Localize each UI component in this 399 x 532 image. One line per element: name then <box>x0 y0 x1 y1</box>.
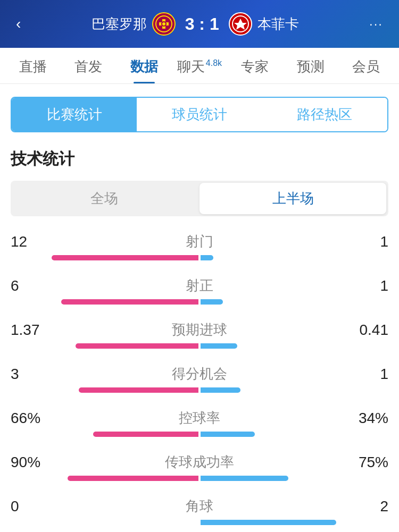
bar-right-5 <box>201 476 288 481</box>
tab-expert[interactable]: 专家 <box>227 48 282 83</box>
stat-row: 6 射正 1 <box>11 276 388 305</box>
score-display: 3 : 1 <box>185 14 219 34</box>
bar-right-side-0 <box>200 255 388 260</box>
bar-right-2 <box>201 343 237 349</box>
period-first-half[interactable]: 上半场 <box>200 183 386 214</box>
tab-live[interactable]: 直播 <box>5 48 61 83</box>
stats-container: 12 射门 1 6 射正 1 1.37 <box>0 227 399 532</box>
sub-tabs: 比赛统计 球员统计 路径热区 <box>11 97 388 132</box>
stat-labels-6: 0 角球 2 <box>11 497 388 516</box>
bar-left-3 <box>79 387 198 393</box>
stat-bars-2 <box>11 343 388 349</box>
period-selector: 全场 上半场 <box>11 181 388 216</box>
bar-right-3 <box>201 387 240 393</box>
stat-name-6: 角球 <box>53 497 346 516</box>
bar-right-side-1 <box>200 299 388 305</box>
stat-labels-2: 1.37 预期进球 0.41 <box>11 320 388 339</box>
stat-bars-6 <box>11 520 388 525</box>
bar-left-1 <box>61 299 198 305</box>
stat-right-value-3: 1 <box>346 366 388 383</box>
bar-right-0 <box>201 255 213 260</box>
stat-labels-1: 6 射正 1 <box>11 276 388 295</box>
stat-row: 0 角球 2 <box>11 497 388 525</box>
bar-left-side-3 <box>11 387 200 393</box>
stat-name-4: 控球率 <box>53 409 346 427</box>
bar-right-side-3 <box>200 387 388 393</box>
chat-badge: 4.8k <box>206 58 222 67</box>
bar-left-side-6 <box>11 520 200 525</box>
stat-right-value-2: 0.41 <box>346 322 388 339</box>
stat-row: 3 得分机会 1 <box>11 365 388 393</box>
team-away-logo <box>229 12 252 36</box>
bar-right-side-2 <box>200 343 388 349</box>
stat-labels-0: 12 射门 1 <box>11 232 388 251</box>
stat-name-0: 射门 <box>53 232 346 251</box>
bar-right-1 <box>201 299 223 305</box>
bar-left-side-4 <box>11 432 200 437</box>
stat-left-value-1: 6 <box>11 277 53 294</box>
sub-tab-match[interactable]: 比赛统计 <box>12 98 137 131</box>
bar-left-2 <box>76 343 198 349</box>
bar-right-side-6 <box>200 520 388 525</box>
more-button[interactable]: ··· <box>364 11 388 37</box>
tab-data[interactable]: 数据 <box>117 48 172 83</box>
bar-right-side-5 <box>200 476 388 481</box>
team-home-name: 巴塞罗那 <box>92 15 147 33</box>
team-home-logo <box>152 12 176 36</box>
tab-predict[interactable]: 预测 <box>282 48 338 83</box>
stat-row: 66% 控球率 34% <box>11 409 388 437</box>
stat-right-value-0: 1 <box>346 233 388 250</box>
stat-right-value-5: 75% <box>346 454 388 471</box>
period-full[interactable]: 全场 <box>11 181 197 216</box>
stat-left-value-5: 90% <box>11 454 53 471</box>
stat-name-2: 预期进球 <box>53 320 346 339</box>
stat-name-1: 射正 <box>53 276 346 295</box>
stat-left-value-4: 66% <box>11 410 53 427</box>
bar-right-6 <box>201 520 336 525</box>
bar-right-4 <box>201 432 255 437</box>
back-button[interactable]: ‹ <box>11 10 26 38</box>
stat-bars-0 <box>11 255 388 260</box>
stat-right-value-4: 34% <box>346 410 388 427</box>
stat-right-value-1: 1 <box>346 277 388 294</box>
bar-right-side-4 <box>200 432 388 437</box>
stat-row: 12 射门 1 <box>11 232 388 260</box>
bar-left-4 <box>93 432 198 437</box>
stat-bars-3 <box>11 387 388 393</box>
stat-bars-5 <box>11 476 388 481</box>
sub-tab-heatmap[interactable]: 路径热区 <box>262 98 387 131</box>
bar-left-0 <box>52 255 198 260</box>
bar-left-5 <box>68 476 198 481</box>
tab-lineup[interactable]: 首发 <box>61 48 116 83</box>
stat-labels-4: 66% 控球率 34% <box>11 409 388 427</box>
sub-tab-player[interactable]: 球员统计 <box>137 98 262 131</box>
stat-left-value-2: 1.37 <box>11 322 53 339</box>
tab-chat[interactable]: 聊天4.8k <box>172 48 227 83</box>
bar-left-side-0 <box>11 255 200 260</box>
bar-left-side-2 <box>11 343 200 349</box>
bar-left-side-5 <box>11 476 200 481</box>
nav-tabs: 直播 首发 数据 聊天4.8k 专家 预测 会员 <box>0 48 399 84</box>
match-info: 巴塞罗那 3 : 1 本菲卡 <box>26 12 364 36</box>
stat-right-value-6: 2 <box>346 498 388 515</box>
stat-left-value-6: 0 <box>11 498 53 515</box>
stat-labels-5: 90% 传球成功率 75% <box>11 453 388 471</box>
stat-left-value-0: 12 <box>11 233 53 250</box>
header: ‹ 巴塞罗那 3 : 1 本菲卡 ··· <box>0 0 399 48</box>
bar-left-side-1 <box>11 299 200 305</box>
stat-row: 90% 传球成功率 75% <box>11 453 388 481</box>
stat-name-5: 传球成功率 <box>53 453 346 471</box>
stat-row: 1.37 预期进球 0.41 <box>11 320 388 349</box>
stat-left-value-3: 3 <box>11 366 53 383</box>
stat-labels-3: 3 得分机会 1 <box>11 365 388 383</box>
stat-bars-4 <box>11 432 388 437</box>
svg-point-4 <box>162 22 165 26</box>
team-away-name: 本菲卡 <box>257 15 299 33</box>
stat-name-3: 得分机会 <box>53 365 346 383</box>
stat-bars-1 <box>11 299 388 305</box>
section-title: 技术统计 <box>0 143 399 181</box>
tab-vip[interactable]: 会员 <box>338 48 394 83</box>
